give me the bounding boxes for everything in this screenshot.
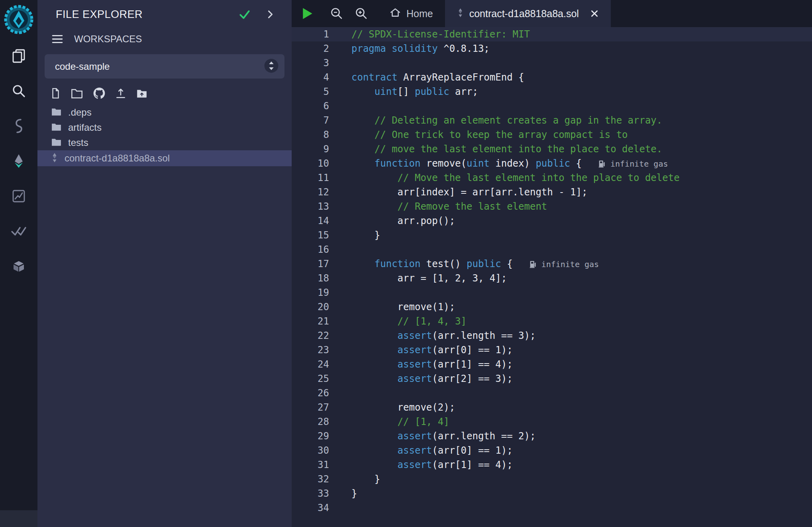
line-content[interactable]: // Move the last element into the place … <box>351 171 812 185</box>
line-content[interactable]: pragma solidity ^0.8.13; <box>351 41 812 56</box>
code-line[interactable]: 33} <box>292 486 812 501</box>
line-content[interactable]: assert(arr[1] == 4); <box>351 458 812 472</box>
line-content[interactable]: // move the last element into the place … <box>351 142 812 156</box>
line-number[interactable]: 11 <box>292 171 351 185</box>
line-content[interactable]: // Remove the last element <box>351 199 812 214</box>
line-number[interactable]: 33 <box>292 486 351 501</box>
code-line[interactable]: 30 assert(arr[0] == 1); <box>292 443 812 458</box>
folder-row-artifacts[interactable]: artifacts <box>37 120 292 135</box>
line-content[interactable]: assert(arr.length == 2); <box>351 429 812 443</box>
workspace-select[interactable]: code-sample <box>45 54 284 79</box>
collapse-chevron-right-icon[interactable] <box>265 9 276 20</box>
line-content[interactable]: // [1, 4, 3] <box>351 314 812 328</box>
code-line[interactable]: 14 arr.pop(); <box>292 214 812 228</box>
code-line[interactable]: 32 } <box>292 472 812 486</box>
code-line[interactable]: 22 assert(arr.length == 3); <box>292 328 812 343</box>
code-line[interactable]: 2pragma solidity ^0.8.13; <box>292 41 812 56</box>
code-line[interactable]: 31 assert(arr[1] == 4); <box>292 458 812 472</box>
line-number[interactable]: 26 <box>292 386 351 400</box>
line-number[interactable]: 24 <box>292 357 351 372</box>
code-line[interactable]: 16 <box>292 242 812 257</box>
folder-row-deps[interactable]: .deps <box>37 105 292 120</box>
line-content[interactable]: } <box>351 486 812 501</box>
line-number[interactable]: 12 <box>292 185 351 199</box>
close-tab-icon[interactable] <box>590 9 599 18</box>
line-content[interactable]: function remove(uint index) public {infi… <box>351 156 812 171</box>
line-number[interactable]: 28 <box>292 415 351 429</box>
line-content[interactable]: remove(1); <box>351 300 812 314</box>
line-number[interactable]: 32 <box>292 472 351 486</box>
code-line[interactable]: 24 assert(arr[1] == 4); <box>292 357 812 372</box>
line-number[interactable]: 17 <box>292 257 351 271</box>
code-line[interactable]: 34 <box>292 501 812 515</box>
zoom-out-icon[interactable] <box>330 7 343 20</box>
line-content[interactable]: } <box>351 228 812 242</box>
line-content[interactable]: assert(arr[0] == 1); <box>351 443 812 458</box>
line-content[interactable]: function test() public {infinite gas <box>351 257 812 271</box>
code-line[interactable]: 12 arr[index] = arr[arr.length - 1]; <box>292 185 812 199</box>
file-row-contract[interactable]: contract-d1a8818a8a.sol <box>37 150 292 166</box>
workspace-select-toggle-icon[interactable] <box>264 58 279 75</box>
unit-testing-double-check-icon[interactable] <box>10 222 27 240</box>
line-number[interactable]: 30 <box>292 443 351 458</box>
line-number[interactable]: 4 <box>292 70 351 85</box>
zoom-in-icon[interactable] <box>355 7 368 20</box>
tab-contract-file[interactable]: contract-d1a8818a8a.sol <box>445 0 611 27</box>
line-content[interactable]: assert(arr[1] == 4); <box>351 357 812 372</box>
line-content[interactable] <box>351 242 812 257</box>
deploy-run-ethereum-icon[interactable] <box>10 152 27 170</box>
code-line[interactable]: 29 assert(arr.length == 2); <box>292 429 812 443</box>
line-number[interactable]: 18 <box>292 271 351 285</box>
solidity-compiler-icon[interactable] <box>10 117 27 135</box>
line-content[interactable]: remove(2); <box>351 400 812 415</box>
line-number[interactable]: 1 <box>292 27 351 41</box>
line-content[interactable]: arr[index] = arr[arr.length - 1]; <box>351 185 812 199</box>
confirm-check-icon[interactable] <box>238 8 251 21</box>
code-line[interactable]: 26 <box>292 386 812 400</box>
line-number[interactable]: 29 <box>292 429 351 443</box>
code-line[interactable]: 18 arr = [1, 2, 3, 4]; <box>292 271 812 285</box>
line-number[interactable]: 14 <box>292 214 351 228</box>
code-line[interactable]: 10 function remove(uint index) public {i… <box>292 156 812 171</box>
line-number[interactable]: 3 <box>292 56 351 70</box>
line-number[interactable]: 5 <box>292 85 351 99</box>
plugin-manager-icon[interactable] <box>10 258 27 275</box>
line-content[interactable]: uint[] public arr; <box>351 85 812 99</box>
code-editor[interactable]: 1// SPDX-License-Identifier: MIT2pragma … <box>292 27 812 527</box>
line-number[interactable]: 16 <box>292 242 351 257</box>
code-line[interactable]: 6 <box>292 99 812 113</box>
line-number[interactable]: 21 <box>292 314 351 328</box>
code-line[interactable]: 27 remove(2); <box>292 400 812 415</box>
github-icon[interactable] <box>93 87 105 99</box>
line-content[interactable]: // [1, 4] <box>351 415 812 429</box>
line-content[interactable] <box>351 386 812 400</box>
line-content[interactable] <box>351 99 812 113</box>
code-line[interactable]: 19 <box>292 285 812 300</box>
line-number[interactable]: 2 <box>292 41 351 56</box>
line-number[interactable]: 20 <box>292 300 351 314</box>
line-number[interactable]: 9 <box>292 142 351 156</box>
line-content[interactable] <box>351 501 812 515</box>
line-number[interactable]: 6 <box>292 99 351 113</box>
line-number[interactable]: 23 <box>292 343 351 357</box>
analysis-chart-icon[interactable] <box>10 187 27 205</box>
search-icon[interactable] <box>10 82 27 100</box>
code-line[interactable]: 17 function test() public {infinite gas <box>292 257 812 271</box>
line-number[interactable]: 7 <box>292 113 351 128</box>
code-line[interactable]: 13 // Remove the last element <box>292 199 812 214</box>
code-line[interactable]: 21 // [1, 4, 3] <box>292 314 812 328</box>
new-file-icon[interactable] <box>50 87 61 99</box>
line-number[interactable]: 15 <box>292 228 351 242</box>
code-line[interactable]: 4contract ArrayReplaceFromEnd { <box>292 70 812 85</box>
code-line[interactable]: 8 // One trick to keep the array compact… <box>292 128 812 142</box>
code-line[interactable]: 3 <box>292 56 812 70</box>
line-content[interactable]: assert(arr[0] == 1); <box>351 343 812 357</box>
code-line[interactable]: 9 // move the last element into the plac… <box>292 142 812 156</box>
file-explorer-icon[interactable] <box>10 47 27 65</box>
line-content[interactable]: // One trick to keep the array compact i… <box>351 128 812 142</box>
line-content[interactable]: contract ArrayReplaceFromEnd { <box>351 70 812 85</box>
line-content[interactable]: assert(arr[2] == 3); <box>351 372 812 386</box>
line-content[interactable]: // Deleting an element creates a gap in … <box>351 113 812 128</box>
run-play-icon[interactable] <box>302 7 313 20</box>
line-number[interactable]: 22 <box>292 328 351 343</box>
